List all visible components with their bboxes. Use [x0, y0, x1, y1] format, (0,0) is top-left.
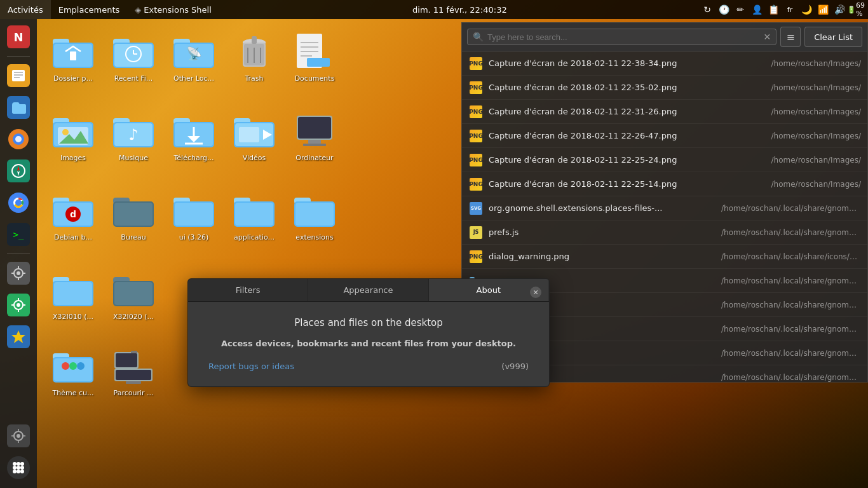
- tab-filters[interactable]: Filters: [188, 279, 308, 301]
- result-name: dialog_warning.png: [489, 252, 716, 261]
- sidebar-separator: [7, 56, 30, 57]
- sidebar-item-compass[interactable]: [3, 156, 34, 186]
- search-result-item[interactable]: JS prefs.js /home/roschan/.local/share/g…: [462, 220, 867, 245]
- edit-icon[interactable]: ✏: [733, 3, 747, 17]
- svg-rect-71: [252, 36, 257, 44]
- desktop-icon-label: Trash: [245, 74, 263, 83]
- svg-rect-59: [114, 44, 153, 67]
- search-clear-icon[interactable]: ✕: [763, 32, 771, 42]
- desktop-icon-dossier-p[interactable]: Dossier p...: [44, 29, 102, 86]
- result-icon: PNG: [468, 128, 484, 144]
- desktop-icon-x32i020[interactable]: X32I020 (...: [105, 267, 162, 324]
- result-icon: PNG: [468, 152, 484, 168]
- svg-point-22: [17, 271, 20, 275]
- datetime-label: dim. 11 févr., 22:40:32: [412, 5, 507, 15]
- sidebar-item-starred[interactable]: [3, 322, 34, 352]
- dialog-tabs: Filters Appearance About ✕: [188, 279, 549, 302]
- desktop-icon-theme-cu[interactable]: Thème cu...: [44, 343, 102, 400]
- desktop-icon-bureau[interactable]: Bureau: [105, 187, 162, 245]
- desktop-icon-label: Ordinateur: [295, 154, 333, 163]
- svg-rect-120: [235, 203, 273, 226]
- svg-rect-101: [239, 127, 259, 142]
- desktop-icon-label: Bureau: [121, 233, 146, 242]
- svg-rect-123: [295, 203, 334, 226]
- desktop-icon-telecharg[interactable]: Télécharg...: [165, 108, 222, 165]
- activities-button[interactable]: Activités: [0, 0, 51, 19]
- desktop-icon-musique[interactable]: ♪ Musique: [105, 108, 162, 165]
- desktop-icon-x32i010[interactable]: X32I010 (...: [44, 267, 102, 324]
- user-icon[interactable]: 👤: [750, 3, 764, 17]
- extensions-shell-menu[interactable]: ◈ Extensions Shell: [127, 0, 219, 19]
- search-result-item[interactable]: PNG Capture d'écran de 2018-02-11 22-35-…: [462, 76, 867, 100]
- search-result-item[interactable]: PNG Capture d'écran de 2018-02-11 22-25-…: [462, 172, 867, 196]
- history-icon[interactable]: 🕐: [717, 3, 731, 17]
- desktop-icon-ui-326[interactable]: ui (3.26): [165, 187, 222, 245]
- clipboard-icon[interactable]: 📋: [766, 3, 780, 17]
- desktop-icon-images[interactable]: Images: [44, 108, 102, 165]
- desktop-icon-recent-fi[interactable]: Recent Fi...: [105, 29, 162, 86]
- result-icon: PNG: [468, 249, 484, 264]
- extension-dialog: Filters Appearance About ✕ Places and fi…: [187, 278, 550, 387]
- desktop-icon-debian-b[interactable]: d Debian b...: [44, 187, 102, 245]
- dialog-close-button[interactable]: ✕: [530, 287, 541, 298]
- sidebar-item-nzite[interactable]: N: [3, 22, 34, 52]
- sidebar-item-notes[interactable]: [3, 60, 34, 91]
- result-path: /home/roschan/Images/: [771, 132, 861, 140]
- desktop-icon-label: Other Loc...: [173, 74, 214, 83]
- search-input-wrapper: 🔍 ✕: [467, 29, 776, 45]
- result-path: /home/roschan/.local/share/gnome-shell/e…: [721, 325, 861, 334]
- sidebar-item-grid[interactable]: [3, 452, 34, 483]
- desktop-icon-applicatio[interactable]: applicatio...: [226, 187, 283, 245]
- search-result-item[interactable]: SVG org.gnome.shell.extensions.places-fi…: [462, 196, 867, 220]
- png-file-icon: PNG: [470, 178, 482, 191]
- result-path: /home/roschan/.local/share/gnome-shell/e…: [721, 301, 861, 309]
- desktop-icon-ordinateur[interactable]: Ordinateur: [286, 108, 343, 165]
- sidebar-item-terminal[interactable]: >_: [3, 219, 34, 250]
- volume-icon[interactable]: 🔊: [832, 3, 846, 17]
- png-file-icon: PNG: [470, 105, 482, 118]
- search-result-item[interactable]: PNG Capture d'écran de 2018-02-11 22-26-…: [462, 124, 867, 148]
- result-path: /home/roschan/.local/share/gnome-shell/e…: [721, 228, 861, 237]
- night-mode-icon[interactable]: 🌙: [799, 3, 813, 17]
- png-file-icon: PNG: [470, 250, 482, 263]
- sidebar-item-files[interactable]: [3, 92, 34, 123]
- desktop-icon-label: Debian b...: [54, 233, 92, 242]
- clear-list-button[interactable]: Clear List: [804, 27, 862, 47]
- desktop-icon-videos[interactable]: Vidéos: [226, 108, 283, 165]
- sidebar-item-ext-settings[interactable]: [3, 290, 34, 320]
- desktop-icon-label: Thème cu...: [53, 389, 94, 398]
- search-result-item[interactable]: PNG Capture d'écran de 2018-02-11 22-31-…: [462, 100, 867, 124]
- desktop-icon-other-loc[interactable]: 📡 Other Loc...: [165, 29, 222, 86]
- search-result-item[interactable]: PNG Capture d'écran de 2018-02-11 22-38-…: [462, 51, 867, 76]
- svg-point-86: [62, 129, 69, 135]
- battery-indicator[interactable]: 🔋 69 %: [849, 3, 863, 17]
- search-result-item[interactable]: PNG Capture d'écran de 2018-02-11 22-25-…: [462, 148, 867, 172]
- desktop-icon-label: Images: [60, 154, 86, 163]
- svg-point-38: [17, 434, 20, 438]
- refresh-icon[interactable]: ↻: [700, 3, 714, 17]
- desktop-icon-trash[interactable]: Trash: [226, 29, 283, 86]
- sidebar-item-sys-settings[interactable]: [3, 421, 34, 451]
- search-menu-button[interactable]: ≡: [780, 27, 801, 47]
- keyboard-indicator[interactable]: fr: [783, 3, 797, 17]
- desktop-icon-parcourir[interactable]: Parcourir ...: [105, 343, 162, 400]
- tab-appearance[interactable]: Appearance: [308, 279, 428, 301]
- png-file-icon: PNG: [470, 81, 482, 94]
- desktop-icon-label: extensions: [295, 233, 333, 242]
- desktop-icon-label: Télécharg...: [173, 154, 214, 163]
- svg-file-icon: SVG: [470, 202, 482, 215]
- svg-point-52: [20, 470, 24, 473]
- sidebar-item-chrome[interactable]: [3, 187, 34, 218]
- desktop-icon-documents[interactable]: Documents: [286, 29, 343, 86]
- sidebar-item-firefox[interactable]: [3, 124, 34, 154]
- emplacements-menu[interactable]: Emplacements: [51, 0, 128, 19]
- search-result-item[interactable]: PNG dialog_warning.png /home/roschan/.lo…: [462, 245, 867, 269]
- desktop-icon-label: Vidéos: [243, 154, 266, 163]
- search-input[interactable]: [487, 32, 759, 42]
- sidebar-item-settings[interactable]: [3, 258, 34, 288]
- dialog-bug-link[interactable]: Report bugs or ideas: [208, 362, 294, 371]
- svg-text:d: d: [70, 209, 76, 219]
- wifi-icon[interactable]: 📶: [816, 3, 830, 17]
- desktop-icon-label: Recent Fi...: [114, 74, 153, 83]
- desktop-icon-extensions[interactable]: extensions: [286, 187, 343, 245]
